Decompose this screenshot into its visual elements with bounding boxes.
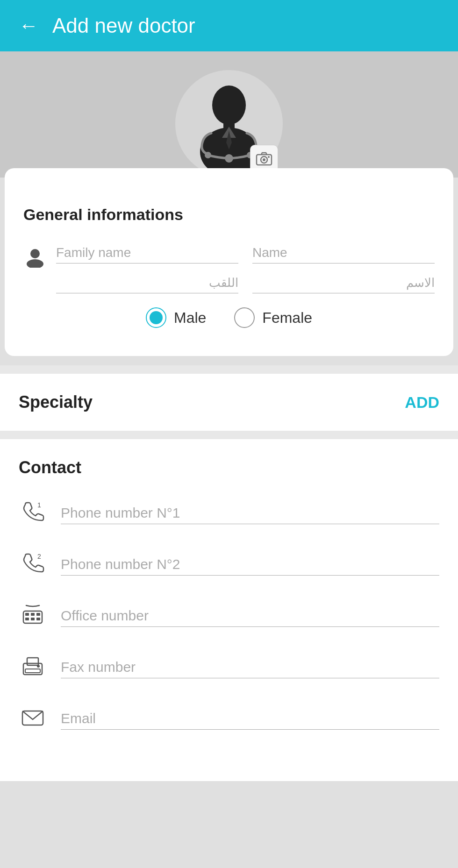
office-input[interactable] <box>61 605 439 627</box>
family-name-input[interactable] <box>56 242 238 263</box>
gender-row: Male Female <box>23 307 435 328</box>
phone1-row: 1 <box>19 496 439 524</box>
name-input[interactable] <box>252 242 435 263</box>
svg-rect-24 <box>27 658 38 665</box>
male-radio[interactable] <box>146 307 166 328</box>
office-phone-icon <box>19 599 47 627</box>
phone1-input[interactable] <box>61 502 439 524</box>
person-icon <box>23 247 47 268</box>
family-name-field: اللقب <box>56 242 238 293</box>
arabic-family-label: اللقب <box>56 273 238 293</box>
male-radio-dot <box>150 311 163 324</box>
specialty-title: Specialty <box>19 392 93 412</box>
female-label: Female <box>262 309 312 327</box>
female-option[interactable]: Female <box>234 307 312 328</box>
general-info-title: General informations <box>23 206 435 224</box>
male-label: Male <box>174 309 206 327</box>
svg-rect-22 <box>36 618 40 620</box>
svg-rect-18 <box>31 613 35 616</box>
svg-rect-19 <box>36 613 40 616</box>
fax-row <box>19 650 439 678</box>
specialty-section: Specialty ADD <box>0 374 458 431</box>
fax-icon <box>19 650 47 678</box>
page-title: Add new doctor <box>52 14 195 37</box>
phone2-input[interactable] <box>61 554 439 576</box>
contact-title: Contact <box>19 458 439 477</box>
male-option[interactable]: Male <box>146 307 206 328</box>
female-radio[interactable] <box>234 307 255 328</box>
separator-1 <box>0 365 458 374</box>
contact-section: Contact 1 2 <box>0 439 458 781</box>
email-icon <box>19 702 47 730</box>
svg-rect-25 <box>25 669 40 673</box>
svg-point-10 <box>263 158 265 161</box>
phone1-icon: 1 <box>19 496 47 524</box>
phone2-row: 2 <box>19 548 439 576</box>
back-button[interactable]: ← <box>19 16 38 36</box>
svg-point-13 <box>27 259 43 268</box>
email-row <box>19 702 439 730</box>
avatar-wrapper <box>175 70 283 178</box>
name-row: اللقب الاسم <box>23 242 435 293</box>
svg-point-12 <box>30 249 40 258</box>
email-input[interactable] <box>61 708 439 730</box>
svg-text:1: 1 <box>37 501 41 509</box>
name-fields: اللقب الاسم <box>56 242 435 293</box>
svg-rect-20 <box>25 618 29 620</box>
app-header: ← Add new doctor <box>0 0 458 51</box>
office-row <box>19 599 439 627</box>
svg-text:2: 2 <box>37 553 41 560</box>
svg-rect-21 <box>31 618 35 620</box>
svg-point-7 <box>225 154 233 163</box>
svg-point-26 <box>37 665 40 668</box>
avatar-section <box>0 51 458 178</box>
camera-icon <box>256 150 272 167</box>
svg-point-11 <box>268 156 270 158</box>
name-field: الاسم <box>252 242 435 293</box>
svg-rect-16 <box>23 611 42 623</box>
fax-input[interactable] <box>61 656 439 678</box>
svg-point-0 <box>212 85 246 125</box>
arabic-name-label: الاسم <box>252 273 435 293</box>
phone2-icon: 2 <box>19 548 47 576</box>
specialty-add-button[interactable]: ADD <box>405 393 439 412</box>
general-info-card: General informations اللقب الاسم Ma <box>5 168 453 356</box>
svg-rect-17 <box>25 613 29 616</box>
separator-2 <box>0 431 458 439</box>
